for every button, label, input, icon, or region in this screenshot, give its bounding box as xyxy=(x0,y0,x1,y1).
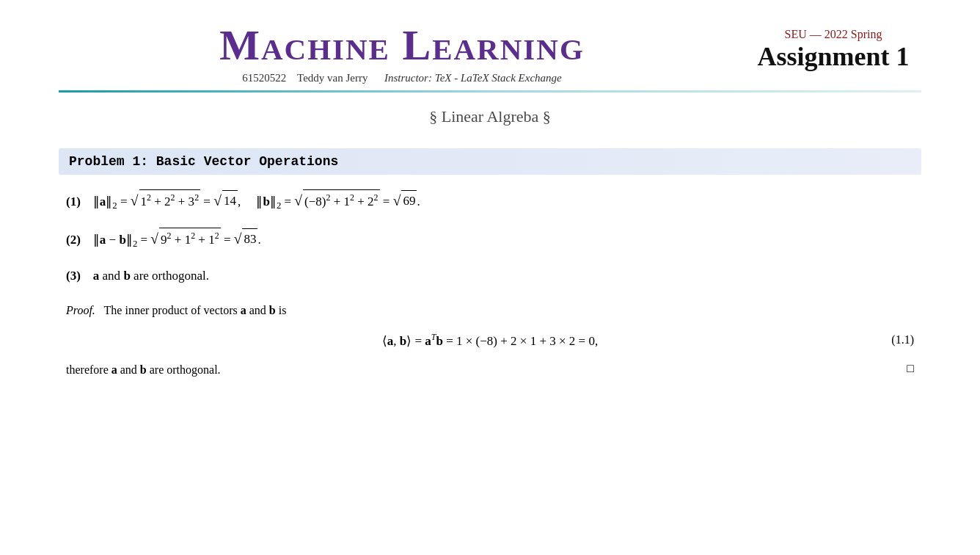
item2-math: ‖a − b‖2 = √92 + 12 + 12 = √83 . xyxy=(93,233,261,247)
equation-content: ⟨a, b⟩ = aTb = 1 × (−8) + 2 × 1 + 3 × 2 … xyxy=(382,332,598,349)
header: Machine Learning 61520522 Teddy van Jerr… xyxy=(59,22,921,84)
proof-label: Proof. xyxy=(66,304,95,316)
equation-number: (1.1) xyxy=(891,333,914,347)
header-divider xyxy=(59,90,921,92)
header-right: SEU — 2022 Spring Assignment 1 xyxy=(745,22,921,73)
therefore-line: therefore a and b are orthogonal. □ xyxy=(66,360,914,381)
problem1-item1: (1) ‖a‖2 = √12 + 22 + 32 = √14 , ‖b‖2 = … xyxy=(66,189,914,214)
item2-label: (2) xyxy=(66,233,81,247)
proof-intro: Proof. The inner product of vectors a an… xyxy=(66,300,914,322)
instructor-label: Instructor: TeX - LaTeX Stack Exchange xyxy=(384,72,562,84)
assignment-label: Assignment 1 xyxy=(745,41,921,73)
problem1-box: Problem 1: Basic Vector Operations xyxy=(59,148,921,175)
section-heading: § Linear Algreba § xyxy=(59,107,921,126)
problem1-item2: (2) ‖a − b‖2 = √92 + 12 + 12 = √83 . xyxy=(66,228,914,253)
item3-text: a and b are orthogonal. xyxy=(93,269,209,283)
student-name: Teddy van Jerry xyxy=(297,72,368,84)
problem1-item3: (3) a and b are orthogonal. xyxy=(66,266,914,287)
item1-math: ‖a‖2 = √12 + 22 + 32 = √14 , ‖b‖2 = √(−8… xyxy=(93,195,420,208)
semester-label: SEU — 2022 Spring xyxy=(745,28,921,41)
subtitle-line: 61520522 Teddy van Jerry Instructor: TeX… xyxy=(59,72,745,84)
page: Machine Learning 61520522 Teddy van Jerr… xyxy=(0,0,980,555)
header-left: Machine Learning 61520522 Teddy van Jerr… xyxy=(59,22,745,84)
item1-label: (1) xyxy=(66,195,81,208)
problem1-content: (1) ‖a‖2 = √12 + 22 + 32 = √14 , ‖b‖2 = … xyxy=(59,189,921,381)
qed-symbol: □ xyxy=(907,358,914,380)
item3-label: (3) xyxy=(66,269,81,283)
equation-row: ⟨a, b⟩ = aTb = 1 × (−8) + 2 × 1 + 3 × 2 … xyxy=(66,332,914,349)
student-id: 61520522 xyxy=(242,72,286,84)
problem1-title: Problem 1: Basic Vector Operations xyxy=(69,154,338,169)
page-title: Machine Learning xyxy=(59,22,745,69)
